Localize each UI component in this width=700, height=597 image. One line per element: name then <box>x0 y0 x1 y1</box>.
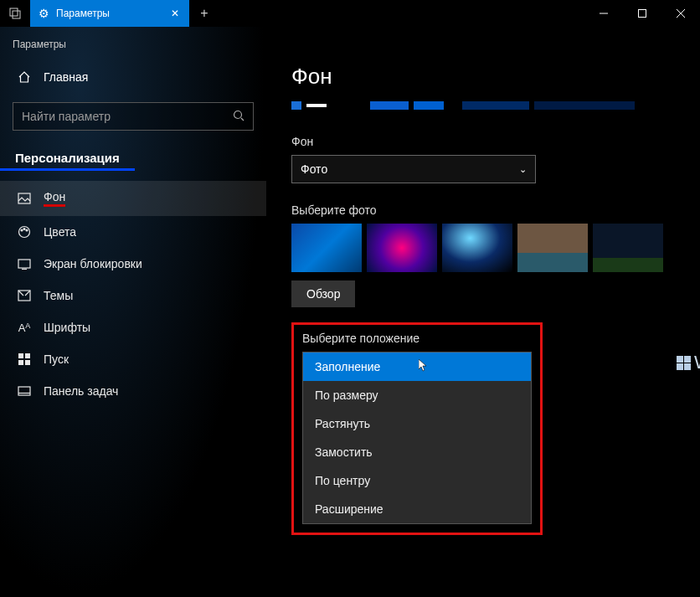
dropdown-value: Фото <box>301 162 327 176</box>
tab-settings[interactable]: ⚙ Параметры ✕ <box>30 0 189 27</box>
taskbar-icon <box>17 386 32 396</box>
fit-option[interactable]: Растянуть <box>303 409 531 438</box>
picture-icon <box>17 193 32 204</box>
sidebar-item-label: Экран блокировки <box>44 257 142 270</box>
svg-rect-3 <box>639 10 646 18</box>
svg-rect-18 <box>18 360 23 365</box>
app-title: Параметры <box>0 35 266 64</box>
palette-icon <box>17 225 32 239</box>
search-placeholder: Найти параметр <box>22 110 111 123</box>
svg-point-6 <box>234 111 242 118</box>
sidebar-item-lockscreen[interactable]: Экран блокировки <box>0 248 266 280</box>
svg-point-10 <box>21 229 23 231</box>
sidebar-item-label: Пуск <box>44 353 69 366</box>
svg-line-7 <box>241 118 244 121</box>
close-window-button[interactable] <box>661 0 700 27</box>
photo-thumb[interactable] <box>593 224 663 272</box>
svg-rect-13 <box>18 260 30 268</box>
sidebar-item-colors[interactable]: Цвета <box>0 216 266 248</box>
maximize-button[interactable] <box>623 0 661 27</box>
sidebar-item-fonts[interactable]: AA Шрифты <box>0 311 266 343</box>
gear-icon: ⚙ <box>39 7 49 20</box>
lockscreen-icon <box>17 259 32 270</box>
tab-title: Параметры <box>56 8 110 19</box>
sidebar-item-start[interactable]: Пуск <box>0 343 266 375</box>
themes-icon <box>17 290 32 301</box>
fonts-icon: AA <box>17 322 32 334</box>
sidebar-item-label: Темы <box>44 289 73 302</box>
svg-rect-8 <box>18 193 30 203</box>
task-view-icon[interactable] <box>0 0 30 27</box>
tab-strip: ⚙ Параметры ✕ + <box>0 0 219 27</box>
fit-option[interactable]: Заполнение <box>303 353 531 381</box>
photo-thumb[interactable] <box>517 224 588 272</box>
sidebar-item-themes[interactable]: Темы <box>0 280 266 311</box>
preview-strip <box>291 101 700 110</box>
watermark: WINNOTE.RU <box>677 352 700 373</box>
home-label: Главная <box>44 70 88 84</box>
svg-rect-16 <box>18 353 23 358</box>
sidebar-item-background[interactable]: Фон <box>0 181 266 216</box>
fit-option[interactable]: По размеру <box>303 381 531 409</box>
svg-point-12 <box>26 229 28 231</box>
sidebar-item-label: Шрифты <box>44 321 90 334</box>
choose-fit-label: Выберите положение <box>302 332 532 345</box>
new-tab-button[interactable]: + <box>189 0 219 27</box>
choose-photo-label: Выберите фото <box>291 203 700 217</box>
search-input[interactable]: Найти параметр <box>13 102 254 131</box>
highlight-annotation: Выберите положение Заполнение По размеру… <box>291 322 543 535</box>
svg-rect-19 <box>25 360 30 365</box>
category-header: Персонализация <box>0 146 135 171</box>
svg-rect-0 <box>10 8 18 16</box>
sidebar-item-label: Фон <box>44 190 65 207</box>
sidebar-item-taskbar[interactable]: Панель задач <box>0 375 266 407</box>
start-icon <box>17 353 32 365</box>
home-link[interactable]: Главная <box>0 64 266 90</box>
close-tab-icon[interactable]: ✕ <box>167 8 183 19</box>
minimize-button[interactable] <box>584 0 623 27</box>
titlebar: ⚙ Параметры ✕ + <box>0 0 700 27</box>
sidebar-item-label: Цвета <box>44 225 76 239</box>
svg-rect-20 <box>18 387 30 395</box>
fit-option[interactable]: По центру <box>303 466 531 495</box>
background-label: Фон <box>291 135 700 148</box>
titlebar-drag-area[interactable] <box>219 0 584 27</box>
photo-thumb[interactable] <box>367 224 437 272</box>
svg-rect-17 <box>25 353 30 358</box>
windows-logo-icon <box>677 356 691 370</box>
chevron-down-icon: ⌄ <box>519 164 527 175</box>
sidebar: Параметры Главная Найти параметр Персона… <box>0 27 266 597</box>
main-content: Фон Фон Фото ⌄ Выберите фото Обзор Выбер… <box>266 27 700 597</box>
background-dropdown[interactable]: Фото ⌄ <box>291 155 536 183</box>
photo-thumbnails <box>291 224 700 272</box>
svg-point-11 <box>23 229 25 230</box>
fit-dropdown-open[interactable]: Заполнение По размеру Растянуть Замостит… <box>302 352 532 524</box>
fit-option[interactable]: Замостить <box>303 438 531 466</box>
page-title: Фон <box>291 64 700 90</box>
fit-option[interactable]: Расширение <box>303 495 531 523</box>
sidebar-item-label: Панель задач <box>44 384 118 398</box>
home-icon <box>17 70 32 84</box>
browse-button[interactable]: Обзор <box>291 280 355 307</box>
photo-thumb[interactable] <box>442 224 512 272</box>
photo-thumb[interactable] <box>291 224 362 272</box>
cursor-icon <box>419 359 429 375</box>
svg-rect-1 <box>13 11 20 18</box>
search-icon <box>233 110 244 124</box>
